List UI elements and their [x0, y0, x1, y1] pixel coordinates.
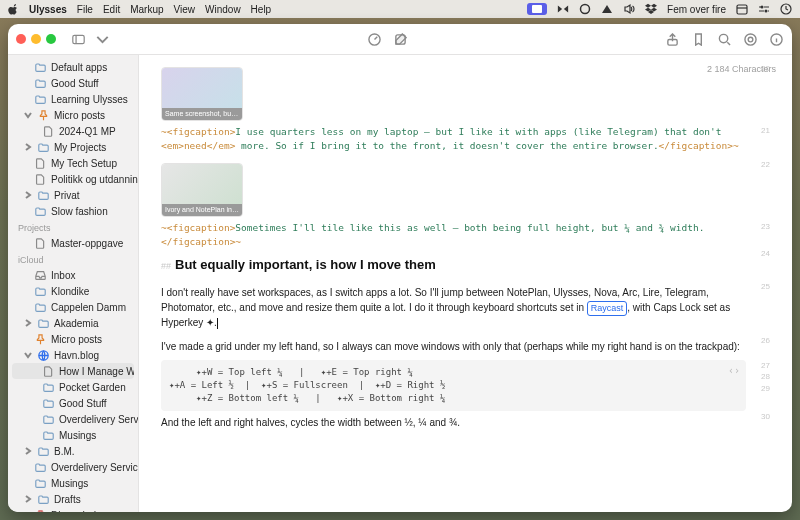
inbox-icon — [34, 269, 46, 281]
compose-icon[interactable] — [392, 31, 408, 47]
gutter-line-number: 26 — [754, 335, 770, 347]
gutter-line-number: 25 — [754, 281, 770, 293]
folder-icon — [37, 317, 49, 329]
sidebar-item[interactable]: Good Stuff — [8, 75, 138, 91]
bowtie-icon[interactable] — [557, 3, 569, 15]
sidebar-item-label: Cappelen Damm — [51, 302, 126, 313]
paragraph: And the left and right halves, cycles th… — [161, 416, 746, 431]
sidebar-item[interactable]: Slow fashion — [8, 203, 138, 219]
disclosure-closed-icon[interactable] — [24, 142, 32, 153]
folder-icon — [37, 141, 49, 153]
zoom-button[interactable] — [46, 34, 56, 44]
dashboard-icon[interactable] — [366, 31, 382, 47]
image-caption: Ivory and NotePlan in split… — [162, 204, 242, 216]
globe-icon — [37, 349, 49, 361]
sidebar-item[interactable]: Privat — [8, 187, 138, 203]
sidebar-toggle-button[interactable] — [70, 31, 86, 47]
code-block-lang-icon[interactable]: ‹› — [728, 364, 740, 379]
sidebar-item[interactable]: Micro posts — [8, 331, 138, 347]
disclosure-open-icon[interactable] — [24, 110, 32, 121]
sidebar-item-label: B.M. — [54, 446, 75, 457]
disclosure-open-icon[interactable] — [24, 350, 32, 361]
sidebar-item-label: Privat — [54, 190, 80, 201]
menubar-clock[interactable]: Fem over fire — [667, 4, 726, 15]
pin-icon — [34, 333, 46, 345]
sidebar-item[interactable]: Drafts — [8, 491, 138, 507]
image-attachment[interactable]: Ivory and NotePlan in split… — [161, 163, 243, 217]
sidebar-item[interactable]: Havn.blog — [8, 347, 138, 363]
menubar-item-markup[interactable]: Markup — [130, 4, 163, 15]
sidebar-item-label: Havn.blog — [54, 350, 99, 361]
sidebar-item[interactable]: Klondike — [8, 283, 138, 299]
folder-icon — [37, 189, 49, 201]
sidebar-item-label: Default apps — [51, 62, 107, 73]
sidebar-item-label: How I Manage Windows — [59, 366, 134, 377]
sidebar-group-label: Projects — [8, 219, 138, 235]
triangle-icon[interactable] — [601, 3, 613, 15]
sidebar-item[interactable]: Musings — [8, 475, 138, 491]
sidebar-item[interactable]: Akademia — [8, 315, 138, 331]
disclosure-closed-icon[interactable] — [24, 446, 32, 457]
bookmark-icon[interactable] — [690, 31, 706, 47]
trash-icon — [34, 509, 46, 512]
share-icon[interactable] — [664, 31, 680, 47]
info-icon[interactable] — [768, 31, 784, 47]
sidebar-item[interactable]: Micro posts — [8, 107, 138, 123]
sound-icon[interactable] — [623, 3, 635, 15]
sidebar-item[interactable]: Musings — [8, 427, 138, 443]
sidebar-item[interactable]: Default apps — [8, 59, 138, 75]
menubar-item-view[interactable]: View — [174, 4, 196, 15]
sidebar-item[interactable]: Inbox — [8, 267, 138, 283]
circle-icon[interactable] — [579, 3, 591, 15]
svg-point-1 — [581, 5, 590, 14]
sidebar-item[interactable]: B.M. — [8, 443, 138, 459]
heading-2: ##But equally important, is how I move t… — [161, 256, 746, 275]
menubar-item-edit[interactable]: Edit — [103, 4, 120, 15]
folder-icon — [42, 413, 54, 425]
sidebar-item[interactable]: Cappelen Damm — [8, 299, 138, 315]
image-caption: Same screenshot, but a q… — [162, 108, 242, 120]
sidebar-item-label: Overdelivery Service — [59, 414, 138, 425]
menubar-extra-pill[interactable] — [527, 3, 547, 15]
sidebar-item[interactable]: My Tech Setup — [8, 155, 138, 171]
menubar-item-help[interactable]: Help — [251, 4, 272, 15]
toggles-icon[interactable] — [758, 3, 770, 15]
sidebar-item[interactable]: Learning Ulysses — [8, 91, 138, 107]
sidebar-item-label: Slow fashion — [51, 206, 108, 217]
goal-icon[interactable] — [742, 31, 758, 47]
sidebar-item[interactable]: Master-oppgave — [8, 235, 138, 251]
sidebar-item[interactable]: Good Stuff — [8, 395, 138, 411]
library-sidebar[interactable]: Default appsGood StuffLearning UlyssesMi… — [8, 55, 139, 512]
sidebar-item[interactable]: How I Manage Windows — [12, 363, 134, 379]
document[interactable]: 2 184 Characters Same screenshot, but a … — [139, 55, 792, 512]
editor-area: 2 184 Characters Same screenshot, but a … — [139, 55, 792, 512]
disclosure-closed-icon[interactable] — [24, 494, 32, 505]
sidebar-item-label: Inbox — [51, 270, 75, 281]
sidebar-item[interactable]: Overdelivery Service — [8, 459, 138, 475]
sidebar-item[interactable]: 2024-Q1 MP — [8, 123, 138, 139]
folder-icon — [34, 77, 46, 89]
svg-point-12 — [748, 37, 753, 42]
sidebar-item[interactable]: My Projects — [8, 139, 138, 155]
disclosure-closed-icon[interactable] — [24, 190, 32, 201]
search-icon[interactable] — [716, 31, 732, 47]
disclosure-closed-icon[interactable] — [24, 318, 32, 329]
minimize-button[interactable] — [31, 34, 41, 44]
clock-icon[interactable] — [780, 3, 792, 15]
sidebar-item-label: Discarded — [51, 510, 96, 513]
sidebar-item[interactable]: Overdelivery Service — [8, 411, 138, 427]
sidebar-item[interactable]: Politikk og utdanning — [8, 171, 138, 187]
sidebar-item[interactable]: Discarded — [8, 507, 138, 512]
sidebar-item-label: Musings — [59, 430, 96, 441]
sidebar-item[interactable]: Pocket Garden — [8, 379, 138, 395]
calendar-badge-icon[interactable] — [736, 3, 748, 15]
menubar-app-name[interactable]: Ulysses — [29, 4, 67, 15]
close-button[interactable] — [16, 34, 26, 44]
menubar-item-file[interactable]: File — [77, 4, 93, 15]
menubar-item-window[interactable]: Window — [205, 4, 241, 15]
dropbox-icon[interactable] — [645, 3, 657, 15]
sidebar-item-label: Good Stuff — [59, 398, 107, 409]
titlebar-chevron-icon[interactable] — [94, 31, 110, 47]
raycast-link[interactable]: Raycast — [587, 301, 628, 316]
image-attachment[interactable]: Same screenshot, but a q… — [161, 67, 243, 121]
